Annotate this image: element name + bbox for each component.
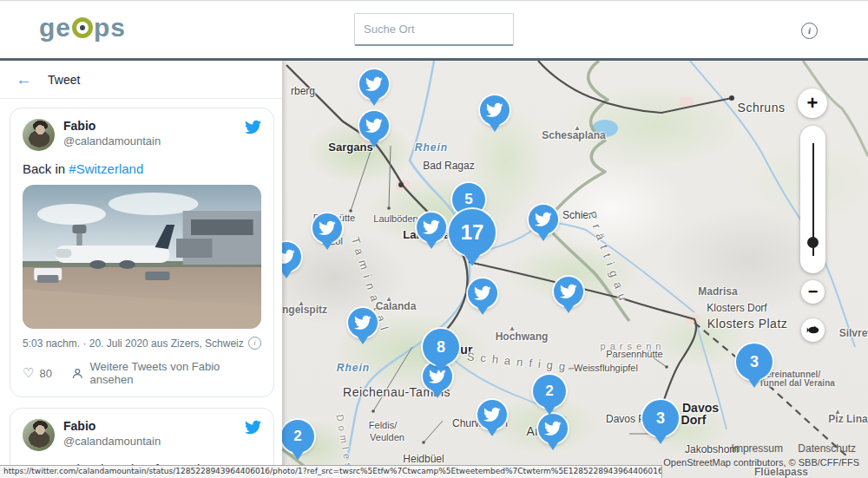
app-header: ge ps i	[0, 0, 868, 61]
tweet-marker[interactable]	[348, 308, 378, 337]
logo-o-icon	[72, 17, 93, 38]
map-label: Laulböden	[373, 213, 418, 224]
cluster-marker[interactable]: 17	[449, 209, 496, 256]
map-label: rberg	[291, 85, 315, 97]
search-box[interactable]	[354, 13, 514, 46]
tweet-handle[interactable]: @calandamountain	[63, 435, 245, 448]
like-count: 80	[39, 367, 51, 380]
map-label: ▲	[834, 408, 841, 416]
map-label: ▲	[574, 124, 581, 132]
map-label: Flüelapass	[754, 466, 808, 478]
map-label: Silvrett	[839, 327, 868, 339]
map-label: Klosters Dorf	[707, 302, 766, 314]
cluster-marker[interactable]: 3	[736, 344, 773, 380]
twitter-bird-icon[interactable]	[245, 119, 261, 135]
tweet-text: Back in #Switzerland	[23, 161, 261, 176]
tweet-card-1[interactable]: Fabio @calandamountain Back in #Switzerl…	[10, 108, 274, 397]
tweet-timestamp: 5:03 nachm. · 20. Juli 2020 aus Zizers, …	[23, 337, 248, 350]
map-label: Weissfluhgipfel	[574, 363, 638, 373]
tweet-handle[interactable]: @calandamountain	[63, 134, 245, 147]
map-label: Hochwang	[496, 331, 549, 343]
datenschutz-link[interactable]: Datenschutz	[798, 442, 856, 455]
tweet-sidebar: ← Tweet Fabio @calandamountain Back in #…	[0, 61, 282, 478]
tweet-marker[interactable]	[477, 400, 507, 429]
impressum-link[interactable]: Impressum	[732, 442, 783, 455]
zoom-in-button[interactable]: +	[798, 88, 827, 118]
map[interactable]: rbergSargansRheinRheinBad RagazSchrunsSc…	[282, 61, 868, 478]
tweet-marker[interactable]	[359, 69, 389, 99]
more-tweets-link[interactable]: Weitere Tweets von Fabio ansehen	[90, 360, 262, 386]
tweet-marker[interactable]	[359, 111, 389, 141]
twitter-bird-icon[interactable]	[245, 419, 261, 435]
avatar[interactable]	[23, 119, 55, 151]
tweet-marker[interactable]	[312, 213, 342, 243]
map-label: Parsennhütte	[606, 349, 662, 359]
logo-text-left: ge	[39, 15, 71, 41]
map-label: Feldis/	[369, 420, 397, 430]
map-label: Heidbüel	[403, 453, 444, 465]
fly-button[interactable]	[801, 318, 825, 342]
info-icon[interactable]: i	[801, 23, 818, 39]
map-label: Schruns	[738, 101, 786, 115]
fly-icon	[806, 325, 819, 335]
map-label: Rhein	[415, 141, 448, 154]
hashtag-link[interactable]: #Switzerland	[69, 161, 143, 176]
person-icon	[71, 367, 84, 380]
tweet-info-icon[interactable]: i	[248, 337, 261, 350]
map-label: Bad Ragaz	[423, 160, 474, 172]
like-icon[interactable]: ♡	[23, 365, 34, 381]
map-label: Sargans	[328, 141, 372, 154]
logo-text-right: ps	[94, 15, 126, 41]
zoom-slider[interactable]	[800, 126, 825, 273]
back-arrow-icon[interactable]: ←	[16, 70, 32, 89]
geops-logo[interactable]: ge ps	[39, 15, 126, 41]
attribution-links: Impressum Datenschutz	[720, 442, 856, 455]
map-label: Madrisa	[698, 285, 737, 298]
map-label: ▲	[298, 299, 305, 307]
map-label: Tunnel dal Veraina	[759, 378, 835, 388]
tweet-marker[interactable]	[480, 95, 510, 125]
tweet-marker[interactable]	[529, 205, 558, 234]
cluster-marker[interactable]: 3	[642, 400, 679, 436]
map-label: Davos Pl	[606, 413, 648, 425]
cluster-marker[interactable]: 2	[282, 420, 314, 453]
tweet-marker[interactable]	[468, 278, 497, 308]
map-label: Veulden	[370, 432, 404, 442]
tweet-author[interactable]: Fabio	[63, 419, 245, 433]
map-label: Rhein	[337, 362, 370, 374]
search-input[interactable]	[364, 23, 516, 36]
panel-title: Tweet	[48, 73, 80, 87]
tweet-photo-airport[interactable]	[23, 185, 261, 329]
tweet-author[interactable]: Fabio	[63, 119, 245, 133]
zoom-slider-thumb[interactable]	[807, 237, 819, 248]
tweet-marker[interactable]	[538, 414, 568, 443]
map-label: ▲	[509, 324, 516, 332]
map-label: Calanda	[376, 300, 417, 312]
zoom-out-button[interactable]: −	[801, 280, 825, 304]
cluster-marker[interactable]: 8	[423, 329, 459, 365]
map-label: Klosters Platz	[707, 317, 788, 331]
tweet-marker[interactable]	[417, 213, 446, 242]
cluster-marker[interactable]: 2	[533, 375, 566, 408]
map-label: ▲	[385, 295, 392, 303]
tweet-marker[interactable]	[554, 277, 583, 306]
map-label: Dorf	[681, 413, 707, 427]
avatar[interactable]	[23, 419, 55, 451]
panel-header: ← Tweet	[0, 61, 282, 99]
browser-status-bar: https://twitter.com/calandamountain/stat…	[0, 465, 662, 478]
attribution-text: OpenStreetMap contributors, © SBB/CFF/FF…	[663, 457, 859, 468]
